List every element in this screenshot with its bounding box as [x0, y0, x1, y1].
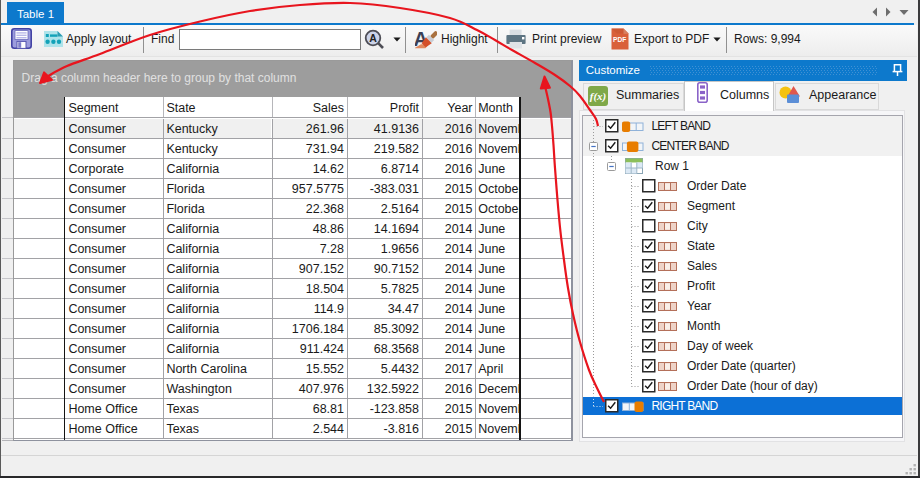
svg-text:PDF: PDF — [613, 36, 626, 43]
svg-text:f(x): f(x) — [590, 90, 607, 103]
svg-text:A: A — [369, 32, 377, 44]
